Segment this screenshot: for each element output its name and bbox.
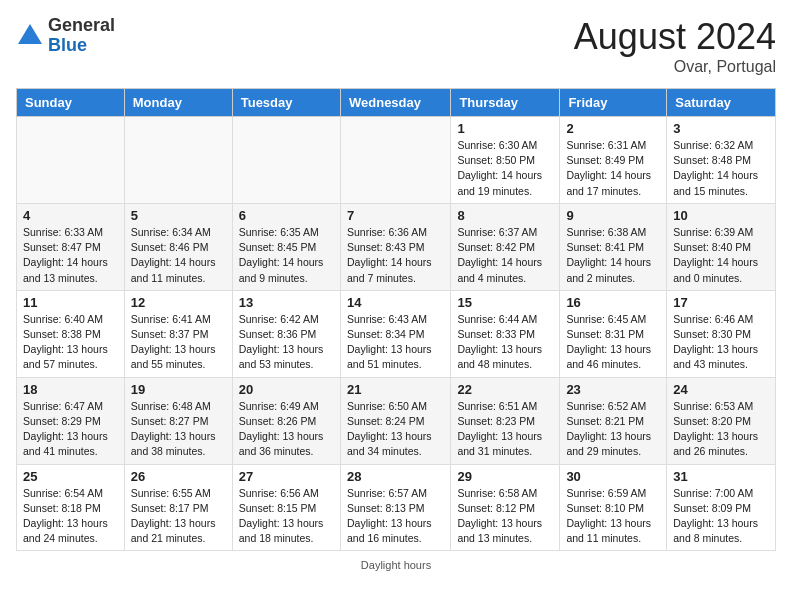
calendar-week-row: 4Sunrise: 6:33 AM Sunset: 8:47 PM Daylig…: [17, 203, 776, 290]
page-header: General Blue August 2024 Ovar, Portugal: [16, 16, 776, 76]
day-number: 23: [566, 382, 660, 397]
day-number: 22: [457, 382, 553, 397]
day-info: Sunrise: 6:34 AM Sunset: 8:46 PM Dayligh…: [131, 225, 226, 286]
calendar-day-header: Sunday: [17, 89, 125, 117]
calendar-cell: 8Sunrise: 6:37 AM Sunset: 8:42 PM Daylig…: [451, 203, 560, 290]
day-info: Sunrise: 6:32 AM Sunset: 8:48 PM Dayligh…: [673, 138, 769, 199]
calendar-cell: 14Sunrise: 6:43 AM Sunset: 8:34 PM Dayli…: [340, 290, 450, 377]
calendar-week-row: 18Sunrise: 6:47 AM Sunset: 8:29 PM Dayli…: [17, 377, 776, 464]
calendar-cell: 7Sunrise: 6:36 AM Sunset: 8:43 PM Daylig…: [340, 203, 450, 290]
calendar-cell: 25Sunrise: 6:54 AM Sunset: 8:18 PM Dayli…: [17, 464, 125, 551]
day-number: 12: [131, 295, 226, 310]
calendar-cell: 27Sunrise: 6:56 AM Sunset: 8:15 PM Dayli…: [232, 464, 340, 551]
day-info: Sunrise: 6:35 AM Sunset: 8:45 PM Dayligh…: [239, 225, 334, 286]
calendar-day-header: Friday: [560, 89, 667, 117]
calendar-header-row: SundayMondayTuesdayWednesdayThursdayFrid…: [17, 89, 776, 117]
calendar-cell: 24Sunrise: 6:53 AM Sunset: 8:20 PM Dayli…: [667, 377, 776, 464]
logo-blue: Blue: [48, 36, 115, 56]
location: Ovar, Portugal: [574, 58, 776, 76]
day-number: 8: [457, 208, 553, 223]
day-info: Sunrise: 6:50 AM Sunset: 8:24 PM Dayligh…: [347, 399, 444, 460]
calendar-cell: 1Sunrise: 6:30 AM Sunset: 8:50 PM Daylig…: [451, 117, 560, 204]
calendar-table: SundayMondayTuesdayWednesdayThursdayFrid…: [16, 88, 776, 551]
day-number: 20: [239, 382, 334, 397]
day-info: Sunrise: 6:49 AM Sunset: 8:26 PM Dayligh…: [239, 399, 334, 460]
day-number: 7: [347, 208, 444, 223]
calendar-day-header: Monday: [124, 89, 232, 117]
day-number: 16: [566, 295, 660, 310]
day-info: Sunrise: 6:52 AM Sunset: 8:21 PM Dayligh…: [566, 399, 660, 460]
day-number: 24: [673, 382, 769, 397]
day-info: Sunrise: 6:38 AM Sunset: 8:41 PM Dayligh…: [566, 225, 660, 286]
day-number: 19: [131, 382, 226, 397]
daylight-hours-label: Daylight hours: [361, 559, 431, 571]
day-number: 1: [457, 121, 553, 136]
svg-marker-0: [18, 24, 42, 44]
day-number: 9: [566, 208, 660, 223]
day-info: Sunrise: 6:51 AM Sunset: 8:23 PM Dayligh…: [457, 399, 553, 460]
day-number: 17: [673, 295, 769, 310]
day-number: 11: [23, 295, 118, 310]
calendar-cell: 23Sunrise: 6:52 AM Sunset: 8:21 PM Dayli…: [560, 377, 667, 464]
day-number: 31: [673, 469, 769, 484]
calendar-cell: 9Sunrise: 6:38 AM Sunset: 8:41 PM Daylig…: [560, 203, 667, 290]
day-info: Sunrise: 6:44 AM Sunset: 8:33 PM Dayligh…: [457, 312, 553, 373]
day-info: Sunrise: 6:57 AM Sunset: 8:13 PM Dayligh…: [347, 486, 444, 547]
day-info: Sunrise: 6:42 AM Sunset: 8:36 PM Dayligh…: [239, 312, 334, 373]
day-number: 28: [347, 469, 444, 484]
calendar-day-header: Wednesday: [340, 89, 450, 117]
calendar-cell: [340, 117, 450, 204]
logo-icon: [16, 22, 44, 50]
day-info: Sunrise: 6:46 AM Sunset: 8:30 PM Dayligh…: [673, 312, 769, 373]
day-number: 10: [673, 208, 769, 223]
calendar-cell: 2Sunrise: 6:31 AM Sunset: 8:49 PM Daylig…: [560, 117, 667, 204]
calendar-cell: 20Sunrise: 6:49 AM Sunset: 8:26 PM Dayli…: [232, 377, 340, 464]
calendar-cell: 6Sunrise: 6:35 AM Sunset: 8:45 PM Daylig…: [232, 203, 340, 290]
day-info: Sunrise: 6:59 AM Sunset: 8:10 PM Dayligh…: [566, 486, 660, 547]
day-info: Sunrise: 6:45 AM Sunset: 8:31 PM Dayligh…: [566, 312, 660, 373]
day-info: Sunrise: 6:55 AM Sunset: 8:17 PM Dayligh…: [131, 486, 226, 547]
logo-text: General Blue: [48, 16, 115, 56]
day-info: Sunrise: 6:37 AM Sunset: 8:42 PM Dayligh…: [457, 225, 553, 286]
day-info: Sunrise: 6:33 AM Sunset: 8:47 PM Dayligh…: [23, 225, 118, 286]
calendar-cell: 12Sunrise: 6:41 AM Sunset: 8:37 PM Dayli…: [124, 290, 232, 377]
day-info: Sunrise: 6:43 AM Sunset: 8:34 PM Dayligh…: [347, 312, 444, 373]
calendar-cell: 28Sunrise: 6:57 AM Sunset: 8:13 PM Dayli…: [340, 464, 450, 551]
day-number: 2: [566, 121, 660, 136]
day-number: 18: [23, 382, 118, 397]
day-number: 29: [457, 469, 553, 484]
calendar-day-header: Thursday: [451, 89, 560, 117]
calendar-day-header: Tuesday: [232, 89, 340, 117]
calendar-cell: 17Sunrise: 6:46 AM Sunset: 8:30 PM Dayli…: [667, 290, 776, 377]
calendar-cell: 10Sunrise: 6:39 AM Sunset: 8:40 PM Dayli…: [667, 203, 776, 290]
day-number: 4: [23, 208, 118, 223]
logo: General Blue: [16, 16, 115, 56]
day-info: Sunrise: 6:31 AM Sunset: 8:49 PM Dayligh…: [566, 138, 660, 199]
day-number: 14: [347, 295, 444, 310]
day-info: Sunrise: 6:48 AM Sunset: 8:27 PM Dayligh…: [131, 399, 226, 460]
day-info: Sunrise: 6:53 AM Sunset: 8:20 PM Dayligh…: [673, 399, 769, 460]
calendar-week-row: 25Sunrise: 6:54 AM Sunset: 8:18 PM Dayli…: [17, 464, 776, 551]
calendar-cell: 29Sunrise: 6:58 AM Sunset: 8:12 PM Dayli…: [451, 464, 560, 551]
day-info: Sunrise: 7:00 AM Sunset: 8:09 PM Dayligh…: [673, 486, 769, 547]
day-number: 6: [239, 208, 334, 223]
day-number: 13: [239, 295, 334, 310]
day-info: Sunrise: 6:47 AM Sunset: 8:29 PM Dayligh…: [23, 399, 118, 460]
month-year: August 2024: [574, 16, 776, 58]
calendar-cell: 19Sunrise: 6:48 AM Sunset: 8:27 PM Dayli…: [124, 377, 232, 464]
day-info: Sunrise: 6:36 AM Sunset: 8:43 PM Dayligh…: [347, 225, 444, 286]
day-number: 21: [347, 382, 444, 397]
day-number: 3: [673, 121, 769, 136]
day-info: Sunrise: 6:39 AM Sunset: 8:40 PM Dayligh…: [673, 225, 769, 286]
calendar-cell: 18Sunrise: 6:47 AM Sunset: 8:29 PM Dayli…: [17, 377, 125, 464]
day-number: 30: [566, 469, 660, 484]
calendar-week-row: 11Sunrise: 6:40 AM Sunset: 8:38 PM Dayli…: [17, 290, 776, 377]
calendar-cell: 15Sunrise: 6:44 AM Sunset: 8:33 PM Dayli…: [451, 290, 560, 377]
day-info: Sunrise: 6:40 AM Sunset: 8:38 PM Dayligh…: [23, 312, 118, 373]
day-info: Sunrise: 6:54 AM Sunset: 8:18 PM Dayligh…: [23, 486, 118, 547]
day-info: Sunrise: 6:30 AM Sunset: 8:50 PM Dayligh…: [457, 138, 553, 199]
calendar-cell: 5Sunrise: 6:34 AM Sunset: 8:46 PM Daylig…: [124, 203, 232, 290]
title-block: August 2024 Ovar, Portugal: [574, 16, 776, 76]
calendar-cell: 4Sunrise: 6:33 AM Sunset: 8:47 PM Daylig…: [17, 203, 125, 290]
day-info: Sunrise: 6:41 AM Sunset: 8:37 PM Dayligh…: [131, 312, 226, 373]
